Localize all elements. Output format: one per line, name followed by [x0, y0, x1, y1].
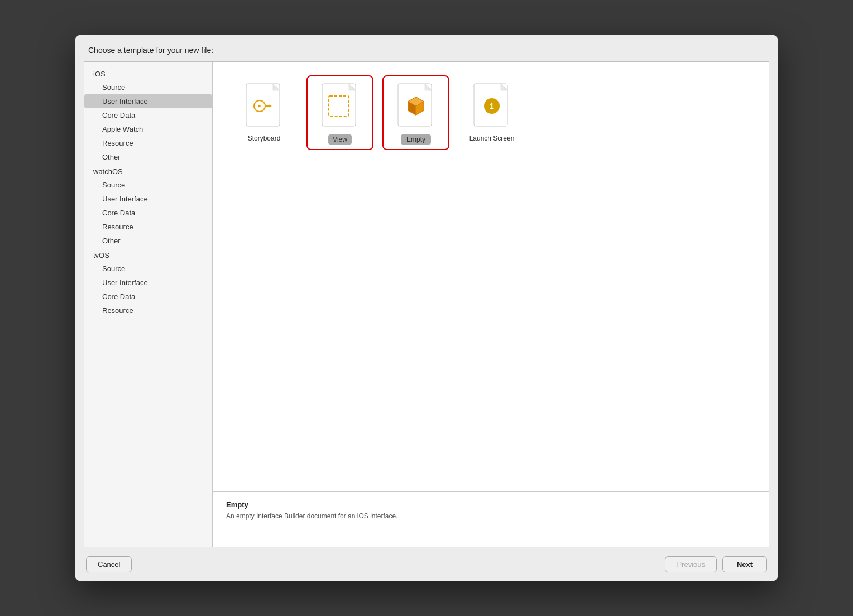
- sidebar: iOS Source User Interface Core Data Appl…: [84, 62, 213, 547]
- main-area: Storyboard View: [213, 62, 769, 547]
- launch-screen-label: Launch Screen: [469, 134, 515, 142]
- dialog-footer: Cancel Previous Next: [75, 547, 778, 581]
- sidebar-item-ios-other[interactable]: Other: [84, 150, 212, 164]
- storyboard-icon: [242, 81, 286, 131]
- sidebar-item-ios-user-interface[interactable]: User Interface: [84, 94, 212, 108]
- next-button[interactable]: Next: [722, 556, 767, 572]
- description-text: An empty Interface Builder document for …: [226, 512, 755, 520]
- sidebar-item-tv-core-data[interactable]: Core Data: [84, 290, 212, 304]
- footer-right-buttons: Previous Next: [665, 556, 767, 572]
- sidebar-item-ios-core-data[interactable]: Core Data: [84, 108, 212, 122]
- sidebar-group-tvos: tvOS: [84, 248, 212, 262]
- view-label: View: [328, 134, 352, 145]
- template-item-launch-screen[interactable]: 1 Launch Screen: [458, 75, 525, 150]
- svg-text:1: 1: [490, 102, 494, 110]
- sidebar-item-ios-apple-watch[interactable]: Apple Watch: [84, 122, 212, 136]
- view-icon: [318, 81, 362, 131]
- sidebar-item-ios-source[interactable]: Source: [84, 80, 212, 94]
- previous-button[interactable]: Previous: [665, 556, 717, 572]
- template-item-empty[interactable]: Empty: [382, 75, 449, 150]
- sidebar-item-tv-user-interface[interactable]: User Interface: [84, 276, 212, 290]
- empty-icon: [394, 81, 438, 131]
- sidebar-item-ios-resource[interactable]: Resource: [84, 136, 212, 150]
- sidebar-item-watch-resource[interactable]: Resource: [84, 220, 212, 234]
- sidebar-item-watch-user-interface[interactable]: User Interface: [84, 192, 212, 206]
- cancel-button[interactable]: Cancel: [86, 556, 132, 572]
- dialog-title: Choose a template for your new file:: [75, 35, 778, 61]
- launch-screen-icon: 1: [469, 81, 514, 131]
- sidebar-item-tv-source[interactable]: Source: [84, 262, 212, 276]
- sidebar-item-tv-resource[interactable]: Resource: [84, 304, 212, 317]
- template-dialog: Choose a template for your new file: iOS…: [75, 35, 778, 581]
- sidebar-item-watch-core-data[interactable]: Core Data: [84, 206, 212, 220]
- description-area: Empty An empty Interface Builder documen…: [213, 491, 769, 547]
- template-item-view[interactable]: View: [306, 75, 373, 150]
- description-title: Empty: [226, 501, 755, 509]
- dialog-body: iOS Source User Interface Core Data Appl…: [84, 61, 769, 547]
- storyboard-label: Storyboard: [248, 134, 281, 142]
- sidebar-group-watchos: watchOS: [84, 164, 212, 178]
- empty-label: Empty: [401, 134, 431, 145]
- template-grid: Storyboard View: [213, 62, 769, 491]
- template-item-storyboard[interactable]: Storyboard: [231, 75, 298, 150]
- sidebar-item-watch-other[interactable]: Other: [84, 234, 212, 248]
- sidebar-group-ios: iOS: [84, 66, 212, 80]
- sidebar-item-watch-source[interactable]: Source: [84, 178, 212, 192]
